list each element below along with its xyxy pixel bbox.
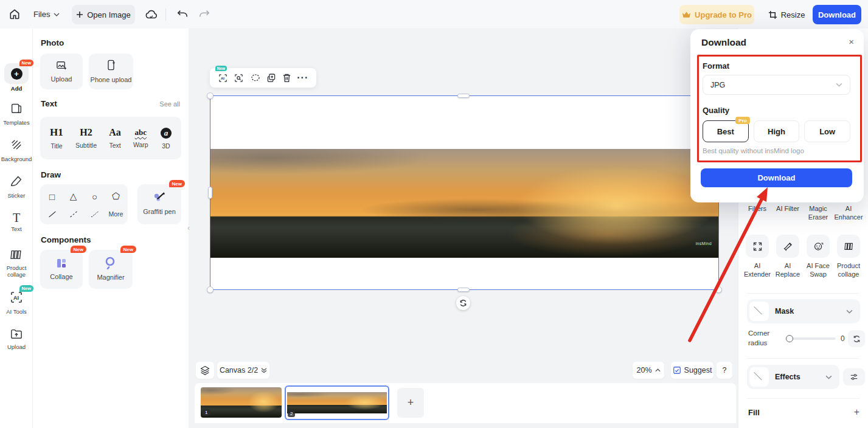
selection-handle-top-left[interactable] (207, 92, 214, 99)
sidebar-item-sticker[interactable]: Sticker (0, 174, 33, 199)
text-preset-title[interactable]: H1 Title (50, 126, 63, 150)
close-icon[interactable]: × (849, 36, 854, 47)
canvas-thumbnail-1[interactable]: 1 (201, 387, 282, 418)
panel-collapse-button[interactable]: ‹ (187, 224, 190, 232)
graffiti-pen-button[interactable]: New Graffiti pen (137, 184, 181, 224)
help-button[interactable]: ? (717, 362, 732, 379)
popup-download-button[interactable]: Download (701, 168, 852, 187)
ai-enhancer-button[interactable]: AI Enhancer (833, 204, 864, 222)
text-preset-subtitle[interactable]: H2 Subtitle (75, 127, 97, 149)
quality-low-button[interactable]: Low (804, 120, 850, 142)
undo-button[interactable] (177, 9, 188, 19)
resize-button[interactable]: Resize (763, 5, 810, 24)
scan-search-icon[interactable] (234, 73, 244, 83)
corner-radius-label: Corner radius (748, 329, 783, 348)
circle-shape-icon[interactable]: ○ (92, 192, 97, 202)
canvas-switch-label: Canvas 2/2 (220, 366, 258, 374)
magnifier-button[interactable]: New Magnifier (89, 250, 133, 289)
zoom-control[interactable]: 20% (633, 362, 664, 379)
ai-face-swap-button[interactable]: AI Face Swap (803, 235, 833, 279)
ai-filter-button[interactable]: AI Filter (773, 204, 803, 222)
suggest-button[interactable]: Suggest (671, 362, 713, 379)
trash-icon[interactable] (282, 73, 291, 83)
corner-radius-slider-knob[interactable] (786, 335, 793, 342)
canvas-thumbnails-strip: 1 2 + (195, 383, 736, 423)
product-collage-icon (10, 249, 23, 261)
files-menu[interactable]: Files (33, 10, 60, 19)
dotted-line-icon[interactable] (91, 211, 98, 217)
product-collage-button[interactable]: Product collage (833, 235, 864, 279)
selection-handle-bottom-left[interactable] (207, 286, 214, 293)
see-all-link[interactable]: See all (159, 100, 180, 108)
magic-eraser-button[interactable]: Magic Eraser (803, 204, 833, 222)
sidebar-item-templates[interactable]: Templates (0, 102, 33, 126)
components-section-title: Components (41, 235, 91, 244)
text-preset-3d[interactable]: a 3D (161, 127, 172, 150)
add-canvas-button[interactable]: + (397, 388, 424, 418)
redo-button[interactable] (199, 9, 210, 19)
corner-radius-slider[interactable] (788, 337, 836, 340)
sidebar-item-text[interactable]: T Text (0, 211, 33, 233)
open-image-button[interactable]: Open Image (72, 5, 135, 24)
photo-upload-button[interactable]: Upload (40, 54, 83, 89)
layers-button[interactable] (196, 362, 214, 379)
draw-section-title: Draw (41, 170, 61, 179)
sidebar-item-background[interactable]: Background (0, 138, 33, 163)
home-icon[interactable] (9, 8, 21, 20)
crop-icon (768, 10, 777, 19)
help-label: ? (723, 366, 727, 374)
mask-section[interactable]: Mask (747, 299, 860, 323)
quality-best-button[interactable]: Best Pro (703, 120, 749, 142)
selection-handle-left[interactable] (208, 187, 212, 199)
duplicate-icon[interactable] (266, 73, 276, 83)
layers-icon (200, 365, 210, 375)
effects-section[interactable]: Effects (747, 365, 839, 389)
divider (747, 293, 859, 294)
triangle-shape-icon[interactable]: △ (70, 191, 77, 202)
square-shape-icon[interactable]: □ (49, 192, 55, 202)
filters-button[interactable]: Filters (742, 204, 773, 222)
text-preset-warp[interactable]: abc Warp (133, 128, 148, 148)
upgrade-label: Upgrade to Pro (695, 10, 752, 19)
more-options-icon[interactable]: ··· (297, 72, 308, 83)
selection-handle-bottom[interactable] (457, 288, 470, 292)
more-shapes-button[interactable]: More (109, 210, 123, 218)
solid-line-icon[interactable] (49, 211, 55, 217)
reset-icon[interactable] (848, 330, 865, 347)
add-icon: + New (4, 63, 29, 84)
add-fill-button[interactable]: + (854, 407, 859, 418)
dashed-line-icon[interactable] (70, 211, 77, 217)
sunset-image[interactable]: insMind (210, 149, 719, 258)
ai-cutout-icon[interactable]: New AI (218, 73, 228, 83)
pentagon-shape-icon[interactable]: ⬠ (112, 191, 120, 202)
canvas-switcher[interactable]: Canvas 2/2 (217, 362, 269, 379)
canvas-thumbnail-2-selected[interactable]: 2 (285, 385, 389, 420)
suggest-label: Suggest (684, 366, 712, 374)
sidebar-item-add[interactable]: + New Add (0, 63, 33, 92)
sidebar-item-ai-tools[interactable]: AI New AI Tools (0, 290, 33, 316)
effects-adjust-button[interactable] (843, 368, 865, 385)
plus-icon: + (408, 396, 414, 409)
text-preset-text[interactable]: Aa Text (109, 127, 121, 149)
sticker-icon (10, 174, 23, 188)
cloud-sync-icon[interactable] (145, 9, 158, 20)
ai-extender-button[interactable]: AI Extender (742, 235, 773, 279)
mask-thumbnail (749, 302, 769, 321)
format-select[interactable]: JPG (703, 75, 850, 95)
selection-handle-top[interactable] (457, 94, 470, 98)
sidebar-item-product-collage[interactable]: Product collage (0, 249, 33, 278)
canvas-page[interactable]: insMind (210, 95, 719, 290)
selection-handle-bottom-right[interactable] (715, 286, 722, 293)
upgrade-to-pro-button[interactable]: Upgrade to Pro (679, 5, 754, 24)
watermark-label: insMind (696, 241, 712, 246)
header-divider (165, 9, 166, 21)
collage-button[interactable]: New Collage (40, 250, 83, 289)
phone-upload-button[interactable]: Phone upload (89, 54, 133, 89)
lasso-icon[interactable] (250, 74, 261, 83)
download-button[interactable]: Download (813, 5, 861, 24)
zoom-level: 20% (636, 366, 651, 374)
quality-high-button[interactable]: High (754, 120, 800, 142)
ai-replace-button[interactable]: AI Replace (773, 235, 803, 279)
rotate-handle[interactable] (456, 296, 470, 310)
sidebar-item-upload[interactable]: Upload (0, 328, 33, 351)
